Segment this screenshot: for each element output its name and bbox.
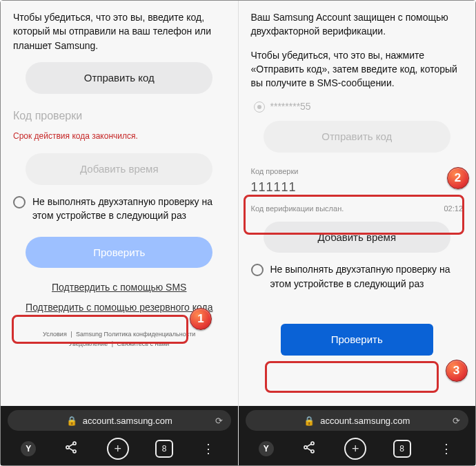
code-input-filled[interactable]: Код проверки 111111 (251, 166, 464, 201)
menu-icon[interactable]: ⋮ (437, 441, 455, 456)
code-sent-status: Код верификации выслан. (251, 204, 344, 215)
right-screen: Ваш Samsung Account защищен с помощью дв… (238, 1, 476, 465)
skip-2fa-option[interactable]: Не выполнять двухэтапную проверку на это… (251, 262, 464, 291)
code-timer: 02:12 (444, 204, 463, 215)
intro-text-1: Ваш Samsung Account защищен с помощью дв… (251, 10, 464, 39)
yandex-logo-icon[interactable]: Y (21, 441, 36, 456)
svg-line-3 (69, 444, 74, 447)
footer-contact[interactable]: Свяжитесь с нами (117, 340, 170, 347)
radio-icon (13, 196, 26, 208)
share-icon[interactable] (300, 440, 318, 458)
intro-text: Чтобы убедиться, что это вы, введите код… (13, 10, 226, 52)
code-error: Срок действия кода закончился. (13, 129, 226, 146)
send-code-button[interactable]: Отправить код (26, 62, 212, 94)
svg-line-8 (307, 444, 312, 447)
skip-2fa-label: Не выполнять двухэтапную проверку на это… (32, 195, 226, 223)
url-bar[interactable]: 🔒 account.samsung.com ⟳ (246, 410, 469, 431)
menu-icon[interactable]: ⋮ (199, 441, 217, 456)
browser-chrome: 🔒 account.samsung.com ⟳ Y + 8 ⋮ (1, 406, 238, 465)
refresh-icon[interactable]: ⟳ (453, 416, 460, 426)
confirm-sms-link[interactable]: Подтвердить с помощью SMS (52, 280, 186, 294)
add-time-button[interactable]: Добавить время (264, 222, 450, 253)
lock-icon: 🔒 (304, 416, 315, 426)
masked-phone: ********55 (270, 99, 311, 113)
svg-line-9 (307, 447, 312, 450)
url-text: account.samsung.com (83, 416, 172, 426)
footer-links: Условия | Samsung Политика конфиденциаль… (13, 329, 226, 349)
code-label: Код проверки (251, 166, 464, 177)
footer-privacy[interactable]: Samsung Политика конфиденциальности (76, 331, 195, 338)
add-time-button[interactable]: Добавить время (26, 153, 212, 185)
code-placeholder: Код проверки (13, 104, 226, 126)
footer-terms[interactable]: Условия (43, 331, 67, 338)
code-value: 111111 (251, 177, 464, 200)
yandex-logo-icon[interactable]: Y (259, 441, 274, 456)
confirm-backup-link[interactable]: Подтвердить с помощью резервного кода (26, 300, 212, 314)
phone-masked-row[interactable]: ********55 (254, 99, 464, 113)
skip-2fa-label: Не выполнять двухэтапную проверку на это… (270, 262, 464, 291)
refresh-icon[interactable]: ⟳ (215, 416, 223, 426)
verify-button[interactable]: Проверить (281, 324, 433, 356)
intro-text-2: Чтобы убедиться, что это вы, нажмите «От… (251, 48, 464, 90)
annotation-badge-3: 3 (446, 360, 468, 382)
skip-2fa-option[interactable]: Не выполнять двухэтапную проверку на это… (13, 195, 226, 223)
share-icon[interactable] (62, 440, 80, 458)
url-text: account.samsung.com (320, 416, 410, 426)
url-bar[interactable]: 🔒 account.samsung.com ⟳ (8, 410, 231, 431)
left-screen: Чтобы убедиться, что это вы, введите код… (1, 1, 238, 465)
svg-line-4 (69, 447, 74, 450)
new-tab-icon[interactable]: + (107, 438, 129, 460)
radio-icon (251, 264, 264, 276)
tab-count[interactable]: 8 (393, 440, 411, 458)
send-code-button[interactable]: Отправить код (264, 121, 450, 153)
new-tab-icon[interactable]: + (344, 438, 366, 460)
browser-chrome: 🔒 account.samsung.com ⟳ Y + 8 ⋮ (239, 406, 476, 465)
verify-button[interactable]: Проверить (26, 237, 212, 269)
radio-selected-icon (254, 101, 265, 113)
annotation-box-3 (265, 361, 439, 393)
lock-icon: 🔒 (66, 416, 77, 426)
footer-notice[interactable]: Уведомление (69, 340, 108, 347)
code-input-empty[interactable]: Код проверки (13, 104, 226, 126)
tab-count[interactable]: 8 (155, 440, 173, 458)
